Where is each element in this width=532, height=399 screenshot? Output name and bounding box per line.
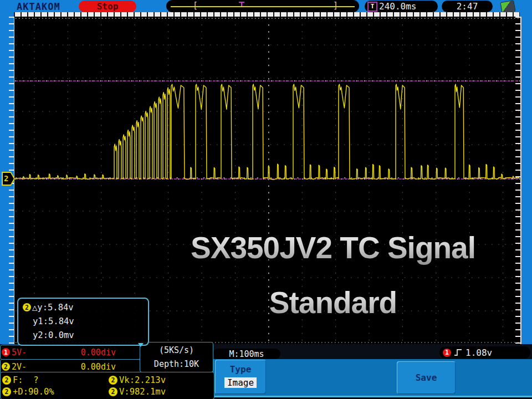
trigger-level-value: 1.08v xyxy=(466,347,492,358)
measurement-value: Vk:2.213v xyxy=(119,375,166,385)
measurement-frequency: 2 F: ? xyxy=(2,375,109,385)
measurement-badge: 2 xyxy=(109,387,117,396)
trigger-level-pill: 1 1.08v xyxy=(439,346,530,359)
status-bar: Type Image Save 1 5V- 0.00div 2 2V- 0.00… xyxy=(0,344,532,399)
screen-top-ticks xyxy=(14,12,520,17)
type-button-label: Type xyxy=(215,364,266,375)
trigger-time-marker-icon xyxy=(239,2,244,6)
save-button-label: Save xyxy=(416,372,437,383)
brand-label: AKTAKOM xyxy=(17,1,60,12)
waveform-display: SX350JV2 TC Signal Standard 2△y:5.84v y1… xyxy=(14,17,521,345)
memory-depth-value: Depth:10K xyxy=(154,357,199,371)
rising-edge-icon xyxy=(453,348,463,357)
cursor-readout-panel: 2△y:5.84v y1:5.84v y2:0.0mv xyxy=(17,298,149,346)
timebase-value: M:100ms xyxy=(229,349,264,359)
trigger-position-line xyxy=(171,6,355,7)
run-stop-button[interactable]: Stop xyxy=(79,1,136,12)
timebase-pill: M:100ms xyxy=(213,349,280,359)
channel-2-position-marker[interactable]: 2 xyxy=(2,172,15,186)
top-bar: AKTAKOM Stop [ ] T 240.0ms 2:47 xyxy=(0,0,532,12)
channel-2-status-badge: 2 xyxy=(2,362,10,371)
run-state-label: Stop xyxy=(97,1,119,12)
clock-pill: 2:47 xyxy=(442,1,493,12)
type-button-value: Image xyxy=(224,377,257,388)
measurement-voltage: 2 V:982.1mv xyxy=(109,387,214,397)
trigger-t-icon: T xyxy=(367,2,377,12)
clock-value: 2:47 xyxy=(457,1,478,12)
measurement-value: +D:90.0% xyxy=(13,387,54,397)
sample-rate-value: (5KS/s) xyxy=(159,344,194,357)
measurement-value: F: ? xyxy=(13,375,39,385)
channel-1-badge: 1 xyxy=(2,348,10,356)
watermark-line-1: SX350JV2 TC Signal xyxy=(150,221,516,275)
channel-2-scale: 2V- xyxy=(12,362,27,372)
watermark-text: SX350JV2 TC Signal Standard xyxy=(150,221,516,330)
measurement-duty: 2 +D:90.0% xyxy=(2,387,109,397)
save-button[interactable]: Save xyxy=(397,361,456,394)
cursor-y2-value: y2:0.0mv xyxy=(33,330,74,340)
measurement-value: V:982.1mv xyxy=(119,387,166,397)
trigger-time-value: 240.0ms xyxy=(379,1,416,12)
measurement-badge: 2 xyxy=(2,387,11,396)
screen-right-ticks xyxy=(515,17,520,344)
measurement-badge: 2 xyxy=(2,376,11,385)
channel-1-offset: 0.00div xyxy=(81,347,116,357)
channel-1-scale: 5V- xyxy=(12,347,27,357)
cursor-y1-value: y1:5.84v xyxy=(33,316,74,326)
watermark-line-2: Standard xyxy=(150,275,516,330)
channel-1-status: 1 5V- 0.00div xyxy=(0,345,141,360)
cursor-dy-value: △y:5.84v xyxy=(32,303,74,313)
channel-2-marker-label: 2 xyxy=(4,174,8,183)
window-right-bracket: ] xyxy=(333,1,338,11)
channel-2-offset: 0.00div xyxy=(81,362,116,372)
type-button[interactable]: Type Image xyxy=(215,360,266,394)
trigger-source-badge: 1 xyxy=(443,349,451,357)
channel-2-badge: 2 xyxy=(23,303,31,311)
trigger-time-pill: T 240.0ms xyxy=(365,1,438,12)
menu-bar: Type Image Save xyxy=(212,359,532,397)
oscilloscope-screen: AKTAKOM Stop [ ] T 240.0ms 2:47 SX350JV2… xyxy=(0,0,532,399)
measurement-badge: 2 xyxy=(109,376,117,385)
measurements-panel: 2 F: ? 2 Vk:2.213v 2 +D:90.0% 2 V:982.1m… xyxy=(0,372,214,399)
measurement-vk: 2 Vk:2.213v xyxy=(109,375,214,385)
trigger-position-bar: [ ] xyxy=(166,0,359,12)
window-left-bracket: [ xyxy=(193,1,198,11)
acquisition-info: (5KS/s) Depth:10K xyxy=(140,342,213,372)
